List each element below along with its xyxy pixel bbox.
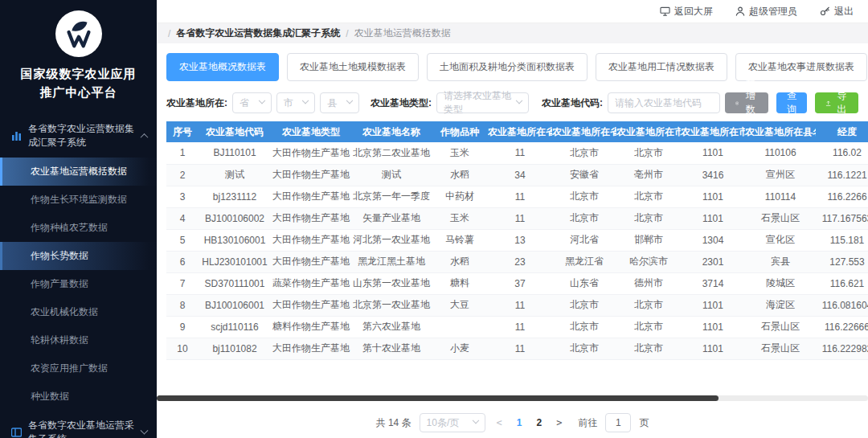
sidebar-item-种业数据[interactable]: 种业数据 — [0, 383, 157, 411]
table-cell: 北京市 — [616, 294, 681, 316]
table-cell: SD370111001 — [199, 272, 271, 294]
table-cell: BJ110101 — [199, 142, 271, 164]
key-icon — [820, 6, 830, 16]
sidebar-group-1[interactable]: 各省数字农业基地运营采集子系统 — [0, 411, 157, 438]
breadcrumb-item-current: 农业基地运营概括数据 — [354, 27, 451, 40]
action-buttons: 新增数据 查询 导出 — [725, 92, 858, 113]
back-to-dashboard-button[interactable]: 返回大屏 — [660, 5, 713, 18]
table-cell: 北京市 — [616, 316, 681, 338]
table-cell: 7 — [166, 272, 199, 294]
export-button[interactable]: 导出 — [815, 92, 858, 113]
column-header: 农业基地所在市名称 — [616, 121, 681, 142]
table-cell: 北京市 — [552, 142, 616, 164]
table-cell: 海淀区 — [745, 294, 816, 316]
query-button[interactable]: 查询 — [776, 92, 807, 113]
column-header: 农业基地类型 — [271, 121, 351, 142]
pagination: 共 14 条 10条/页 < 12 > 前往 页 — [157, 407, 868, 438]
table-row[interactable]: 2测试大田作物生产基地测试水稻34安徽省亳州市3416宣州区116.1221 — [166, 164, 868, 186]
sidebar-item-作物产量数据[interactable]: 作物产量数据 — [0, 270, 157, 298]
county-select[interactable]: 县 — [320, 92, 359, 113]
chevron-down-icon — [346, 97, 353, 104]
base-type-select[interactable]: 请选择农业基地类型 — [436, 92, 529, 113]
sidebar-item-作物长势数据[interactable]: 作物长势数据 — [0, 242, 157, 270]
location-filter-label: 农业基地所在: — [166, 96, 227, 110]
table-cell: 北京第二农业基地 — [351, 142, 432, 164]
prev-page-button[interactable]: < — [493, 417, 506, 428]
table-cell: 11 — [488, 316, 552, 338]
table-cell: 1 — [166, 142, 199, 164]
breadcrumb-item-system[interactable]: 各省数字农业运营数据集成汇聚子系统 — [176, 27, 340, 40]
column-header: 农业基地名称 — [351, 121, 432, 142]
page-number-2[interactable]: 2 — [534, 417, 546, 428]
table-cell: 1101 — [681, 186, 745, 207]
base-code-input[interactable] — [608, 92, 720, 113]
table-cell: 1101 — [681, 294, 745, 316]
table-cell: 37 — [488, 272, 552, 294]
sidebar-item-农资应用推广数据[interactable]: 农资应用推广数据 — [0, 354, 157, 383]
page-size-label: 10条/页 — [427, 416, 460, 430]
table-cell: 9 — [166, 316, 199, 338]
table-cell: 10 — [166, 338, 199, 359]
sidebar-item-农业基地运营概括数据[interactable]: 农业基地运营概括数据 — [0, 158, 157, 186]
table-cell: 大豆 — [432, 294, 488, 316]
table-row[interactable]: 8BJ100106001大田作物生产基地北京第一农业基地大豆11北京市北京市11… — [166, 294, 868, 316]
sidebar-item-轮耕休耕数据[interactable]: 轮耕休耕数据 — [0, 326, 157, 354]
chevron-down-icon — [302, 97, 309, 104]
table-cell: 11 — [488, 338, 552, 359]
page-size-select[interactable]: 10条/页 — [420, 413, 485, 432]
user-menu[interactable]: 超级管理员 — [735, 5, 797, 18]
table-cell: 第六农业基地 — [351, 316, 432, 338]
table-row[interactable]: 6HLJ230101001大田作物生产基地黑龙江黑土基地水稻23黑龙江省哈尔滨市… — [166, 251, 868, 272]
logout-button[interactable]: 退出 — [820, 5, 854, 18]
table-row[interactable]: 3bj1231112大田作物生产基地北京第一年一季度中药材11北京市北京市110… — [166, 186, 868, 207]
table-row[interactable]: 9scjd110116糖料作物生产基地第六农业基地11北京市北京市1101石景山… — [166, 316, 868, 338]
province-select[interactable]: 省 — [232, 92, 272, 113]
table-cell: BJ100106001 — [199, 294, 271, 316]
base-type-placeholder: 请选择农业基地类型 — [444, 89, 517, 117]
filter-bar: 农业基地所在: 省 市 县 农业基地类型: 请选择农业基地类型 农业基地代码: — [157, 84, 868, 120]
county-select-placeholder: 县 — [327, 96, 337, 110]
sidebar-item-作物种植农艺数据[interactable]: 作物种植农艺数据 — [0, 214, 157, 242]
table-row[interactable]: 4BJ100106002大田作物生产基地矢量产业基地玉米11北京市北京市1101… — [166, 207, 868, 229]
breadcrumb-separator: / — [168, 28, 170, 39]
sidebar-group-0[interactable]: 各省数字农业运营数据集成汇聚子系统 — [0, 114, 157, 158]
tab-2[interactable]: 土地面积及耕地分类面积数据表 — [427, 53, 588, 81]
tab-1[interactable]: 农业基地土地规模数据表 — [287, 53, 419, 81]
sidebar-item-农业机械化数据[interactable]: 农业机械化数据 — [0, 298, 157, 326]
table-cell: 3714 — [681, 272, 745, 294]
table-cell: 矢量产业基地 — [351, 207, 432, 229]
table-cell: 1101 — [681, 207, 745, 229]
horizontal-scrollbar-thumb[interactable] — [157, 395, 719, 401]
tab-3[interactable]: 农业基地用工情况数据表 — [596, 53, 727, 81]
province-select-placeholder: 省 — [240, 96, 249, 110]
add-data-button[interactable]: 新增数据 — [725, 92, 768, 113]
table-row[interactable]: 10bj1101082大田作物生产基地第十农业基地小麦11北京市北京市1101石… — [166, 338, 868, 359]
table-cell: 陵城区 — [745, 272, 816, 294]
table-cell: 德州市 — [616, 272, 681, 294]
page-number-1[interactable]: 1 — [514, 417, 526, 428]
table-cell: 石景山区 — [745, 207, 816, 229]
table-row[interactable]: 7SD370111001蔬菜作物生产基地山东第一农业基地糖料37山东省德州市37… — [166, 272, 868, 294]
table-row[interactable]: 5HB130106001大田作物生产基地河北第一农业基地马铃薯13河北省邯郸市1… — [166, 229, 868, 251]
chevron-down-icon — [141, 426, 149, 434]
city-select[interactable]: 市 — [276, 92, 316, 113]
table-cell: 23 — [488, 251, 552, 272]
brand-logo — [55, 10, 102, 57]
table-cell: 116.222982 — [816, 338, 868, 359]
next-page-button[interactable]: > — [553, 417, 565, 428]
table-cell: 8 — [166, 294, 199, 316]
tab-0[interactable]: 农业基地概况数据表 — [166, 53, 279, 81]
table-cell: 116.1221 — [816, 164, 868, 186]
table-row[interactable]: 1BJ110101大田作物生产基地北京第二农业基地玉米11北京市北京市11011… — [166, 142, 868, 164]
pagination-total: 共 14 条 — [376, 416, 411, 430]
table-cell: 宣化区 — [745, 229, 816, 251]
sidebar-item-作物生长环境监测数据[interactable]: 作物生长环境监测数据 — [0, 186, 157, 214]
goto-page-input[interactable] — [605, 413, 631, 432]
monitor-icon — [660, 6, 670, 16]
table-cell: 北京市 — [552, 338, 616, 359]
table-cell: 大田作物生产基地 — [271, 164, 351, 186]
chevron-down-icon — [516, 97, 522, 104]
horizontal-scrollbar[interactable] — [157, 395, 868, 401]
page-number-list: 12 — [514, 417, 545, 428]
table-cell: 6 — [166, 251, 199, 272]
